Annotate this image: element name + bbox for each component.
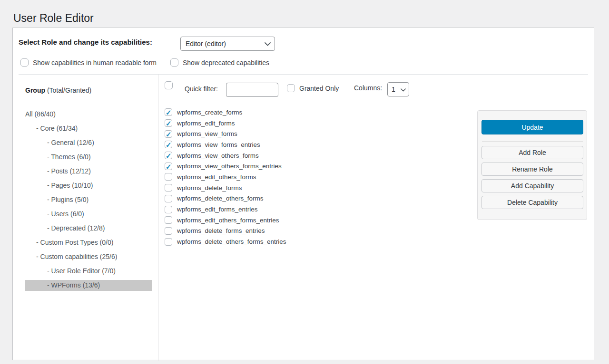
group-item[interactable]: - Posts (12/12) bbox=[25, 166, 152, 177]
group-tree: All (86/40)- Core (61/34)- General (12/6… bbox=[13, 109, 158, 294]
group-item[interactable]: - Custom capabilities (25/6) bbox=[25, 251, 152, 262]
group-item[interactable]: - Custom Post Types (0/0) bbox=[25, 237, 152, 248]
capability-checkbox[interactable] bbox=[165, 141, 172, 148]
capability-row: wpforms_edit_forms bbox=[165, 118, 286, 129]
capability-checkbox[interactable] bbox=[165, 238, 172, 246]
group-item[interactable]: - Core (61/34) bbox=[25, 123, 152, 134]
capability-row: wpforms_delete_forms_entries bbox=[165, 226, 286, 237]
option-human-readable: Show capabilities in human readable form bbox=[20, 58, 157, 67]
capability-checkbox[interactable] bbox=[165, 108, 172, 116]
capability-row: wpforms_create_forms bbox=[165, 107, 286, 118]
divider bbox=[19, 101, 588, 101]
group-item[interactable]: - Deprecated (12/8) bbox=[25, 223, 152, 234]
chevron-down-icon bbox=[265, 40, 271, 48]
capability-row: wpforms_edit_others_forms bbox=[165, 172, 286, 182]
capability-row: wpforms_delete_others_forms bbox=[165, 193, 286, 204]
capability-name: wpforms_edit_forms bbox=[177, 120, 235, 127]
columns-label: Columns: bbox=[354, 83, 382, 93]
group-item[interactable]: - Themes (6/0) bbox=[25, 152, 152, 163]
update-button[interactable]: Update bbox=[481, 120, 583, 134]
capability-row: wpforms_view_forms_entries bbox=[165, 139, 286, 150]
quick-filter-label: Quick filter: bbox=[185, 84, 218, 94]
capability-name: wpforms_delete_forms bbox=[177, 184, 242, 192]
granted-only-checkbox[interactable] bbox=[287, 84, 295, 92]
group-item[interactable]: - General (12/6) bbox=[25, 137, 152, 148]
human-readable-label: Show capabilities in human readable form bbox=[33, 59, 157, 67]
capability-name: wpforms_delete_others_forms_entries bbox=[177, 238, 286, 245]
columns-select-value: 1 bbox=[392, 86, 395, 93]
group-item[interactable]: - Plugins (5/0) bbox=[25, 194, 152, 205]
actions-panel: Update Add Role Rename Role Add Capabili… bbox=[477, 110, 587, 220]
capability-name: wpforms_edit_others_forms bbox=[177, 173, 256, 181]
granted-only-option: Granted Only bbox=[287, 84, 339, 92]
granted-only-label: Granted Only bbox=[299, 85, 339, 92]
page-title: User Role Editor bbox=[13, 11, 94, 26]
capability-row: wpforms_delete_forms bbox=[165, 182, 286, 193]
capability-checkbox[interactable] bbox=[165, 206, 172, 213]
group-column-header: Group (Total/Granted) bbox=[25, 86, 91, 95]
capability-checkbox[interactable] bbox=[165, 152, 172, 159]
capability-checkbox[interactable] bbox=[165, 130, 172, 138]
capability-checkbox[interactable] bbox=[165, 195, 172, 202]
capability-name: wpforms_view_forms bbox=[177, 130, 237, 137]
capability-row: wpforms_view_forms bbox=[165, 128, 286, 139]
show-deprecated-label: Show deprecated capabilities bbox=[183, 59, 269, 67]
capability-checkbox[interactable] bbox=[165, 216, 172, 224]
group-item[interactable]: - WPForms (13/6) bbox=[25, 280, 152, 291]
capability-list: wpforms_create_formswpforms_edit_formswp… bbox=[165, 107, 286, 247]
group-item[interactable]: - Users (6/0) bbox=[25, 209, 152, 220]
add-capability-button[interactable]: Add Capability bbox=[481, 179, 583, 192]
show-deprecated-checkbox[interactable] bbox=[170, 58, 178, 67]
user-role-editor-panel: Select Role and change its capabilities:… bbox=[12, 28, 594, 360]
add-role-button[interactable]: Add Role bbox=[481, 146, 583, 159]
role-selector-label: Select Role and change its capabilities: bbox=[19, 38, 152, 47]
capability-row: wpforms_delete_others_forms_entries bbox=[165, 236, 286, 247]
capability-name: wpforms_delete_others_forms bbox=[177, 195, 264, 202]
group-item[interactable]: - Pages (10/10) bbox=[25, 180, 152, 191]
group-item[interactable]: All (86/40) bbox=[25, 109, 152, 120]
capability-name: wpforms_create_forms bbox=[177, 109, 242, 116]
role-select[interactable]: Editor (editor) bbox=[180, 37, 275, 51]
divider bbox=[19, 74, 588, 75]
capability-name: wpforms_delete_forms_entries bbox=[177, 227, 265, 234]
chevron-down-icon bbox=[401, 86, 406, 93]
group-item[interactable]: - User Role Editor (7/0) bbox=[25, 266, 152, 277]
capability-row: wpforms_view_others_forms_entries bbox=[165, 161, 286, 172]
capability-name: wpforms_view_others_forms_entries bbox=[177, 163, 282, 170]
capability-checkbox[interactable] bbox=[165, 173, 172, 181]
capability-name: wpforms_edit_forms_entries bbox=[177, 206, 258, 213]
option-show-deprecated: Show deprecated capabilities bbox=[170, 58, 269, 67]
capability-row: wpforms_view_others_forms bbox=[165, 150, 286, 161]
capability-checkbox[interactable] bbox=[165, 163, 172, 170]
capability-checkbox[interactable] bbox=[165, 119, 172, 127]
human-readable-checkbox[interactable] bbox=[20, 58, 29, 67]
divider bbox=[482, 141, 583, 142]
capability-checkbox[interactable] bbox=[165, 227, 172, 235]
capability-checkbox[interactable] bbox=[165, 184, 172, 192]
pane-divider bbox=[158, 74, 158, 361]
select-all-checkbox[interactable] bbox=[165, 81, 173, 89]
delete-capability-button[interactable]: Delete Capability bbox=[481, 196, 583, 209]
capability-name: wpforms_view_others_forms bbox=[177, 152, 259, 159]
capability-name: wpforms_view_forms_entries bbox=[177, 141, 260, 148]
role-select-value: Editor (editor) bbox=[186, 40, 226, 48]
capability-row: wpforms_edit_others_forms_entries bbox=[165, 215, 286, 226]
capability-row: wpforms_edit_forms_entries bbox=[165, 204, 286, 215]
rename-role-button[interactable]: Rename Role bbox=[481, 163, 583, 176]
quick-filter-input[interactable] bbox=[226, 83, 278, 97]
columns-select[interactable]: 1 bbox=[387, 82, 409, 96]
capability-name: wpforms_edit_others_forms_entries bbox=[177, 217, 279, 224]
